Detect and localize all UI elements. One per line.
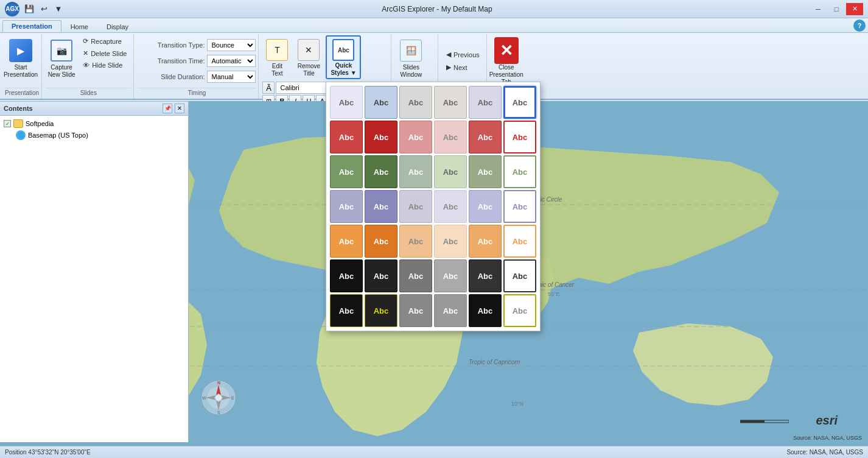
- qs-swatch-1-3[interactable]: Abc: [434, 121, 467, 153]
- qs-swatch-4-4[interactable]: Abc: [469, 225, 502, 258]
- qs-swatch-5-5[interactable]: Abc: [503, 259, 536, 292]
- qs-swatch-3-3[interactable]: Abc: [434, 190, 467, 223]
- qs-swatch-0-0[interactable]: Abc: [330, 86, 363, 119]
- tab-presentation[interactable]: Presentation: [2, 20, 61, 32]
- scale-bar: [740, 418, 789, 425]
- qs-swatch-3-4[interactable]: Abc: [469, 190, 502, 223]
- basemap-label: Basemap (US Topo): [28, 132, 88, 139]
- contents-pin-button[interactable]: 📌: [163, 104, 172, 113]
- edit-text-icon: T: [265, 38, 289, 62]
- qs-swatch-4-3[interactable]: Abc: [434, 225, 467, 258]
- qs-swatch-6-4[interactable]: Abc: [469, 294, 502, 327]
- contents-body: ✓ Softpedia 🌐 Basemap (US Topo): [0, 116, 188, 144]
- maximize-button[interactable]: □: [828, 3, 845, 15]
- previous-label: Previous: [453, 51, 480, 58]
- qs-swatch-3-0[interactable]: Abc: [330, 190, 363, 223]
- remove-title-icon: ✕: [296, 38, 321, 62]
- qs-swatch-2-5[interactable]: Abc: [503, 155, 536, 188]
- contents-close-button[interactable]: ✕: [175, 104, 184, 113]
- tab-home[interactable]: Home: [61, 21, 97, 32]
- list-item[interactable]: ✓ Softpedia: [1, 118, 187, 129]
- compass-svg: N S W E: [201, 380, 236, 415]
- qs-swatch-1-1[interactable]: Abc: [365, 121, 397, 153]
- recapture-button[interactable]: ⟳ Recapture: [79, 35, 131, 47]
- remove-icon: ✕: [298, 39, 320, 61]
- qs-swatch-4-1[interactable]: Abc: [365, 225, 397, 258]
- globe-icon: 🌐: [16, 130, 26, 140]
- qs-swatch-6-3[interactable]: Abc: [434, 294, 467, 327]
- transition-time-label: Transition Time:: [138, 57, 205, 65]
- degree-label-3: 10°N: [511, 401, 523, 407]
- qs-swatch-6-5[interactable]: Abc: [503, 294, 536, 327]
- remove-title-button[interactable]: ✕ RemoveTitle: [294, 35, 323, 79]
- qs-swatch-5-1[interactable]: Abc: [365, 259, 397, 292]
- close-presentation-tab-button[interactable]: ✕ ClosePresentation TabClose: [491, 35, 522, 82]
- qs-swatch-2-2[interactable]: Abc: [399, 155, 432, 188]
- qs-swatch-5-3[interactable]: Abc: [434, 259, 467, 292]
- qs-swatch-0-2[interactable]: Abc: [399, 86, 432, 119]
- delete-slide-label: Delete Slide: [91, 50, 127, 57]
- timing-group-label: Timing: [138, 88, 256, 97]
- esri-logo: esri: [816, 414, 838, 428]
- qs-swatch-5-2[interactable]: Abc: [399, 259, 432, 292]
- scale-bar-svg: [740, 418, 789, 424]
- edit-text-button[interactable]: T EditText: [262, 35, 292, 79]
- qs-swatch-4-2[interactable]: Abc: [399, 225, 432, 258]
- quick-styles-button[interactable]: Abc QuickStyles ▼: [326, 35, 361, 79]
- svg-text:S: S: [217, 410, 220, 415]
- ribbon-group-presentation: ▶ Start Presentation Presentation: [2, 34, 42, 99]
- qs-swatch-5-4[interactable]: Abc: [469, 259, 502, 292]
- qs-swatch-3-2[interactable]: Abc: [399, 190, 432, 223]
- softpedia-checkbox[interactable]: ✓: [4, 120, 11, 127]
- save-button[interactable]: 💾: [23, 3, 35, 15]
- hide-slide-label: Hide Slide: [92, 62, 122, 69]
- start-presentation-button[interactable]: ▶ Start Presentation: [5, 35, 37, 82]
- qs-swatch-5-0[interactable]: Abc: [330, 259, 363, 292]
- remove-title-label: RemoveTitle: [298, 63, 320, 77]
- list-item[interactable]: 🌐 Basemap (US Topo): [1, 129, 187, 141]
- qs-swatch-1-0[interactable]: Abc: [330, 121, 363, 153]
- delete-slide-button[interactable]: ✕ Delete Slide: [79, 48, 131, 59]
- qs-swatch-6-0[interactable]: Abc: [330, 294, 363, 327]
- qs-swatch-2-1[interactable]: Abc: [365, 155, 397, 188]
- qs-swatch-0-1[interactable]: Abc: [365, 86, 397, 119]
- qs-swatch-1-4[interactable]: Abc: [469, 121, 502, 153]
- qs-swatch-0-3[interactable]: Abc: [434, 86, 467, 119]
- slides-window-button[interactable]: 🪟 SlidesWindow: [395, 35, 427, 82]
- qs-swatch-2-0[interactable]: Abc: [330, 155, 363, 188]
- font-format-button[interactable]: Ã: [262, 82, 275, 94]
- qs-swatch-2-4[interactable]: Abc: [469, 155, 502, 188]
- contents-header-buttons: 📌 ✕: [163, 104, 184, 113]
- qs-swatch-6-1[interactable]: Abc: [365, 294, 397, 327]
- delete-icon: ✕: [83, 49, 88, 57]
- svg-text:W: W: [202, 396, 206, 400]
- qs-swatch-1-2[interactable]: Abc: [399, 121, 432, 153]
- qs-swatch-3-1[interactable]: Abc: [365, 190, 397, 223]
- help-button[interactable]: ?: [853, 19, 866, 32]
- minimize-button[interactable]: ─: [810, 3, 827, 15]
- customize-qa-button[interactable]: ▼: [52, 3, 65, 15]
- qs-swatch-1-5[interactable]: Abc: [503, 121, 536, 153]
- transition-type-select[interactable]: Bounce: [207, 39, 256, 51]
- previous-button[interactable]: ◀ Previous: [442, 49, 484, 60]
- qs-swatch-2-3[interactable]: Abc: [434, 155, 467, 188]
- close-window-button[interactable]: ✕: [846, 3, 863, 15]
- recapture-label: Recapture: [91, 38, 122, 45]
- qs-swatch-4-0[interactable]: Abc: [330, 225, 363, 258]
- capture-new-slide-button[interactable]: 📷 CaptureNew Slide: [46, 35, 77, 82]
- tab-display[interactable]: Display: [97, 21, 138, 32]
- transition-time-select[interactable]: Automatic: [207, 55, 256, 67]
- svg-point-8: [215, 395, 222, 401]
- hide-slide-button[interactable]: 👁 Hide Slide: [79, 60, 131, 71]
- qs-swatch-0-5[interactable]: Abc: [503, 86, 536, 119]
- tropic-capricorn-label: Tropic of Capricorn: [469, 359, 520, 365]
- titlebar-left: AGX 💾 ↩ ▼: [5, 2, 65, 16]
- slide-duration-row: Slide Duration: Manual: [138, 70, 256, 83]
- qs-swatch-3-5[interactable]: Abc: [503, 190, 536, 223]
- qs-swatch-6-2[interactable]: Abc: [399, 294, 432, 327]
- undo-button[interactable]: ↩: [38, 3, 50, 15]
- qs-swatch-4-5[interactable]: Abc: [503, 225, 536, 258]
- next-button[interactable]: ▶ Next: [442, 62, 472, 73]
- slide-duration-select[interactable]: Manual: [207, 71, 256, 83]
- qs-swatch-0-4[interactable]: Abc: [469, 86, 502, 119]
